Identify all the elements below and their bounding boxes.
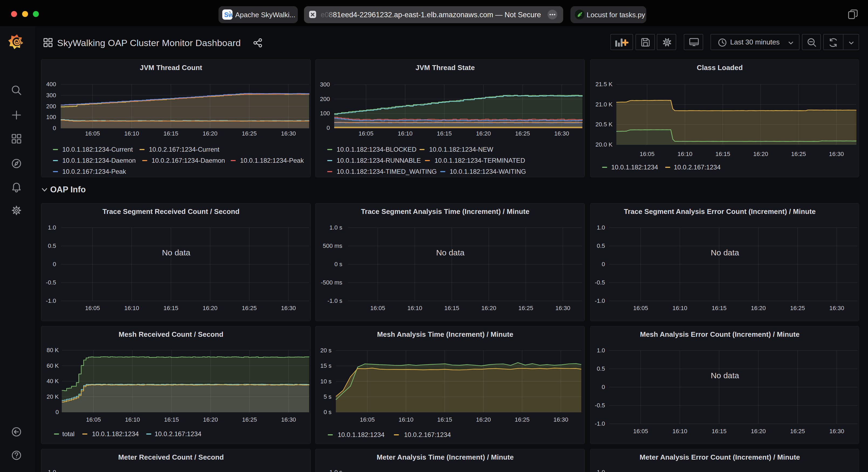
svg-text:Sw: Sw bbox=[224, 11, 232, 18]
